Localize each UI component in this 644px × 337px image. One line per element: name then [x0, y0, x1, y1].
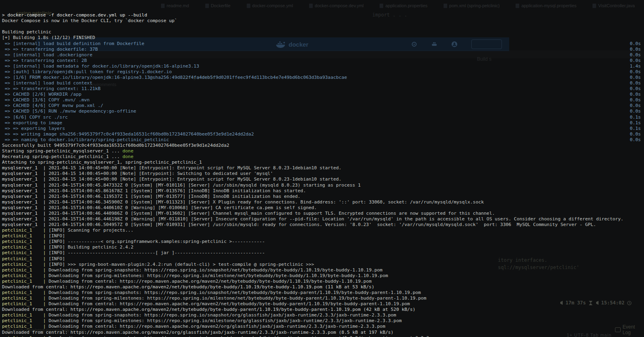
terminal-line: => exporting to image0.1s	[2, 120, 644, 126]
service-name-prefix: mysqlserver_1 |	[2, 171, 49, 176]
terminal-line: => CACHED [3/6] COPY .mvn/ .mvn0.0s	[2, 97, 644, 103]
service-name-prefix: petclinic_1 |	[2, 233, 49, 238]
build-step-text: => CACHED [5/6] RUN ./mvnw dependency:go…	[2, 109, 136, 114]
terminal-line: mysqlserver_1 | 2021-04-15T14:00:46.4461…	[2, 216, 644, 222]
terminal-line: mysqlserver_1 | 2021-04-15 14:00:45+00:0…	[2, 165, 644, 171]
log-text: Downloading from spring-snapshots: https…	[49, 290, 421, 295]
terminal-line: => => naming to docker.io/library/spring…	[2, 137, 644, 143]
terminal-line: => [internal] load .dockerignore0.0s	[2, 52, 644, 58]
terminal-line: petclinic_1 | Downloading from spring-sn…	[2, 267, 644, 273]
log-text: Building petclinic	[2, 29, 51, 35]
terminal-line: mysqlserver_1 | 2021-04-15T14:00:45.8616…	[2, 188, 644, 194]
done-status: done	[122, 148, 133, 154]
build-step-text: => => transferring context: 11.21kB	[2, 86, 101, 91]
terminal-line: => CACHED [4/6] COPY mvnw pom.xml ./0.0s	[2, 103, 644, 109]
service-name-prefix: petclinic_1 |	[2, 312, 49, 318]
terminal-line: Recreating spring-petclinic_petclinic_1 …	[2, 154, 644, 160]
terminal-line: mysqlserver_1 | 2021-04-15 14:00:45+00:0…	[2, 171, 644, 177]
command-line: > docker-compose -f docker-compose.dev.y…	[2, 12, 147, 18]
terminal-line: > docker-compose -f docker-compose.dev.y…	[2, 12, 644, 18]
blank-line	[2, 24, 5, 29]
terminal-line: mysqlserver_1 | 2021-04-15T14:00:46.1195…	[2, 194, 644, 199]
service-name-prefix: petclinic_1 |	[2, 324, 49, 329]
log-text: Downloading from spring-milestones: http…	[49, 296, 427, 301]
step-duration: 0.0s	[630, 132, 641, 137]
service-name-prefix: petclinic_1 |	[2, 256, 49, 261]
terminal-line: petclinic_1 | [INFO] ------------< org.s…	[2, 239, 644, 245]
service-name-prefix: petclinic_1 |	[2, 273, 49, 278]
log-text: 2021-04-15T14:00:46.345900Z 0 [System] […	[49, 199, 484, 205]
build-step-text: => => naming to docker.io/library/spring…	[2, 137, 169, 142]
log-text: 2021-04-15T14:00:46.440986Z 0 [System] […	[49, 211, 495, 216]
terminal-line: petclinic_1 | [INFO] -------------------…	[2, 250, 644, 256]
build-step-text: => => writing image sha256:9495379f7c0c4…	[2, 132, 254, 137]
terminal-line: => => writing image sha256:9495379f7c0c4…	[2, 132, 644, 137]
log-text: Downloading from spring-milestones: http…	[49, 318, 402, 323]
step-duration: 0.0s	[630, 137, 641, 143]
step-duration: 0.0s	[630, 86, 641, 92]
step-duration: 0.0s	[630, 52, 641, 58]
log-text: [INFO]	[49, 256, 65, 261]
step-duration: 0.0s	[630, 75, 641, 80]
terminal-line: mysqlserver_1 | 2021-04-15T14:00:46.4406…	[2, 205, 644, 211]
service-name-prefix: petclinic_1 |	[2, 262, 49, 267]
terminal-output[interactable]: > docker-compose -f docker-compose.dev.y…	[0, 0, 644, 337]
service-name-prefix: mysqlserver_1 |	[2, 222, 49, 227]
terminal-line: petclinic_1 | Downloading from central: …	[2, 324, 644, 329]
service-name-prefix: mysqlserver_1 |	[2, 194, 49, 199]
build-step-text: => => exporting layers	[2, 126, 65, 131]
service-name-prefix: mysqlserver_1 |	[2, 211, 49, 216]
log-text: Downloading from spring-milestones: http…	[49, 273, 388, 278]
log-text: Downloading from spring-snapshots: https…	[49, 312, 396, 318]
log-text: Attaching to spring-petclinic_mysqlserve…	[2, 160, 202, 165]
terminal-line: Downloaded from central: https://repo.ma…	[2, 284, 644, 290]
service-name-prefix: petclinic_1 |	[2, 239, 49, 244]
terminal-line: => [auth] library/openjdk:pull token for…	[2, 69, 644, 75]
service-name-prefix: mysqlserver_1 |	[2, 165, 49, 171]
terminal-line: petclinic_1 | Downloading from spring-mi…	[2, 273, 644, 279]
service-name-prefix: mysqlserver_1 |	[2, 177, 49, 182]
terminal-line: Starting spring-petclinic_mysqlserver_1 …	[2, 148, 644, 154]
service-name-prefix: petclinic_1 |	[2, 296, 49, 301]
log-text: Downloaded from central: https://repo.ma…	[2, 284, 374, 290]
log-text: Downloaded from central: https://repo.ma…	[2, 330, 394, 335]
terminal-line: petclinic_1 | Downloading from spring-mi…	[2, 318, 644, 324]
terminal-line: Building petclinic	[2, 29, 644, 35]
terminal-line	[2, 24, 644, 29]
terminal-line: => => transferring context: 11.21kB0.0s	[2, 86, 644, 92]
terminal-line: Successfully built 9495379f7c0c4f933eda1…	[2, 143, 644, 148]
terminal-line: petclinic_1 | [INFO] >>> spring-boot-mav…	[2, 262, 644, 267]
log-text: 2021-04-15T14:00:45.861678Z 1 [System] […	[49, 188, 306, 193]
log-text: 2021-04-15T14:00:45.847332Z 0 [System] […	[49, 183, 361, 188]
log-text: 2021-04-15T14:00:46.119537Z 1 [System] […	[49, 194, 301, 199]
log-text: 2021-04-15 14:00:45+00:00 [Note] [Entryp…	[49, 177, 342, 182]
log-text: Successfully built 9495379f7c0c4f933eda1…	[2, 143, 229, 148]
service-name-prefix: petclinic_1 |	[2, 301, 49, 306]
terminal-line: petclinic_1 | Downloading from spring-sn…	[2, 335, 644, 337]
log-text: [INFO] ------------< org.springframework…	[49, 239, 265, 244]
service-name-prefix: petclinic_1 |	[2, 279, 49, 284]
build-step-text: => [6/6] COPY src ./src	[2, 115, 68, 120]
build-step-text: => => transferring dockerfile: 37B	[2, 47, 98, 52]
service-name-prefix: petclinic_1 |	[2, 318, 49, 323]
service-name-prefix: petclinic_1 |	[2, 245, 49, 250]
log-text: Docker Compose is now in the Docker CLI,…	[2, 18, 177, 23]
terminal-line: [+] Building 1.8s (12/12) FINISHED	[2, 35, 644, 41]
log-text: [INFO] >>> spring-boot-maven-plugin:2.4.…	[49, 262, 314, 267]
service-name-prefix: petclinic_1 |	[2, 267, 49, 273]
terminal-line: => => transferring dockerfile: 37B0.0s	[2, 47, 644, 52]
terminal-line: mysqlserver_1 | 2021-04-15T14:00:46.4409…	[2, 211, 644, 216]
terminal-line: petclinic_1 | Downloading from central: …	[2, 301, 644, 307]
terminal-line: Downloaded from central: https://repo.ma…	[2, 330, 644, 335]
log-text: [INFO] Scanning for projects...	[49, 228, 134, 233]
screen: { "terminal": { "lines": [ {"kind":"cmd"…	[0, 0, 644, 337]
terminal-line: => [internal] load build context0.0s	[2, 80, 644, 86]
log-text: 2021-04-15T14:00:46.446198Z 0 [Warning] …	[49, 216, 623, 222]
step-duration: 0.0s	[630, 47, 641, 52]
build-step-text: => [internal] load build definition from…	[2, 41, 144, 46]
terminal-line: petclinic_1 | [INFO] Scanning for projec…	[2, 228, 644, 233]
build-step-text: => [internal] load build context	[2, 80, 92, 86]
terminal-line: petclinic_1 | Downloading from spring-sn…	[2, 290, 644, 296]
log-text: [+] Building 1.8s (12/12) FINISHED	[2, 35, 95, 40]
terminal-line: mysqlserver_1 | 2021-04-15T14:00:45.8473…	[2, 183, 644, 188]
